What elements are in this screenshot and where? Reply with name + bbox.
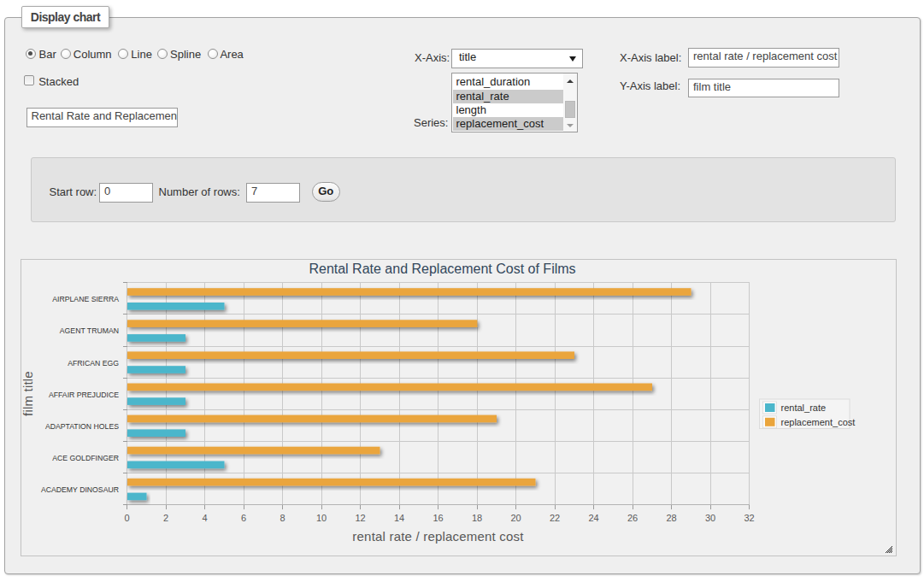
svg-text:30: 30 xyxy=(705,513,715,523)
svg-text:18: 18 xyxy=(472,513,482,523)
svg-text:AGENT TRUMAN: AGENT TRUMAN xyxy=(60,326,119,335)
svg-text:28: 28 xyxy=(666,513,676,523)
svg-text:Rental Rate and Replacement Co: Rental Rate and Replacement Cost of Film… xyxy=(309,262,575,276)
svg-text:22: 22 xyxy=(550,513,560,523)
svg-text:ACADEMY DINOSAUR: ACADEMY DINOSAUR xyxy=(41,485,119,494)
svg-text:ADAPTATION HOLES: ADAPTATION HOLES xyxy=(45,422,119,431)
svg-text:ACE GOLDFINGER: ACE GOLDFINGER xyxy=(52,454,119,462)
svg-text:20: 20 xyxy=(510,513,521,523)
svg-text:6: 6 xyxy=(241,513,246,523)
svg-text:0: 0 xyxy=(124,513,129,523)
svg-text:26: 26 xyxy=(627,513,638,523)
svg-text:32: 32 xyxy=(744,513,754,523)
svg-text:AFFAIR PREJUDICE: AFFAIR PREJUDICE xyxy=(49,391,119,399)
svg-text:4: 4 xyxy=(202,513,207,523)
svg-text:2: 2 xyxy=(163,513,168,523)
svg-text:8: 8 xyxy=(280,513,285,523)
svg-text:rental_rate: rental_rate xyxy=(781,403,827,413)
svg-text:film title: film title xyxy=(21,371,35,416)
svg-text:12: 12 xyxy=(355,513,365,523)
svg-text:AIRPLANE SIERRA: AIRPLANE SIERRA xyxy=(52,295,119,303)
svg-text:14: 14 xyxy=(394,513,404,523)
svg-text:AFRICAN EGG: AFRICAN EGG xyxy=(68,359,119,367)
svg-text:replacement_cost: replacement_cost xyxy=(781,417,856,427)
svg-text:16: 16 xyxy=(433,513,443,523)
svg-text:10: 10 xyxy=(316,513,327,523)
svg-text:24: 24 xyxy=(588,513,598,523)
svg-text:rental rate / replacement cost: rental rate / replacement cost xyxy=(352,529,524,544)
